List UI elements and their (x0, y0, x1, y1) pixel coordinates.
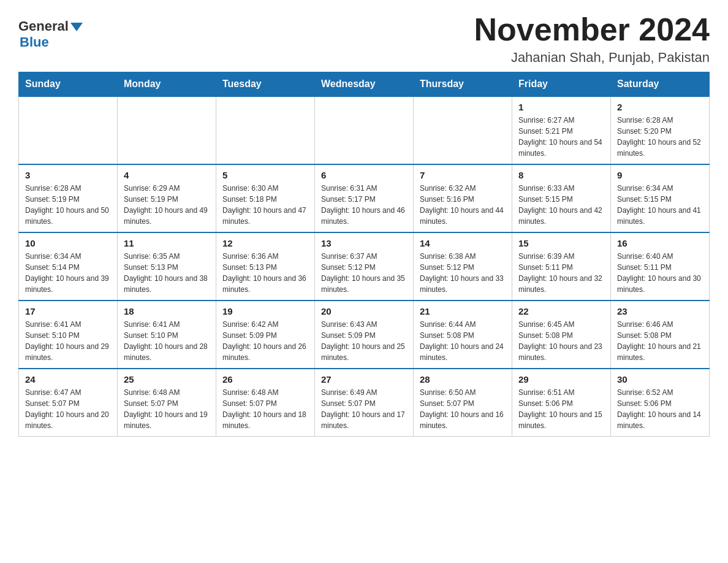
day-info: Sunrise: 6:47 AMSunset: 5:07 PMDaylight:… (25, 387, 111, 431)
day-number: 5 (222, 170, 308, 180)
calendar-cell (118, 96, 216, 164)
calendar-cell: 22Sunrise: 6:45 AMSunset: 5:08 PMDayligh… (512, 301, 611, 369)
calendar-cell: 26Sunrise: 6:48 AMSunset: 5:07 PMDayligh… (216, 369, 315, 437)
day-number: 13 (321, 238, 407, 248)
day-number: 11 (124, 238, 210, 248)
calendar-cell: 6Sunrise: 6:31 AMSunset: 5:17 PMDaylight… (315, 164, 414, 232)
day-info: Sunrise: 6:39 AMSunset: 5:11 PMDaylight:… (518, 251, 604, 295)
logo-general-word: General (18, 18, 69, 34)
day-info: Sunrise: 6:30 AMSunset: 5:18 PMDaylight:… (222, 183, 308, 227)
day-info: Sunrise: 6:50 AMSunset: 5:07 PMDaylight:… (420, 387, 506, 431)
day-info: Sunrise: 6:34 AMSunset: 5:14 PMDaylight:… (25, 251, 111, 295)
logo: General Blue (18, 12, 83, 50)
logo-blue-text: Blue (20, 34, 49, 50)
weekday-header-sunday: Sunday (19, 72, 118, 97)
day-number: 6 (321, 170, 407, 180)
day-number: 9 (617, 170, 703, 180)
weekday-header-saturday: Saturday (611, 72, 710, 97)
week-row-5: 24Sunrise: 6:47 AMSunset: 5:07 PMDayligh… (19, 369, 710, 437)
day-number: 20 (321, 306, 407, 316)
day-info: Sunrise: 6:41 AMSunset: 5:10 PMDaylight:… (25, 319, 111, 363)
day-number: 21 (420, 306, 506, 316)
calendar-cell: 8Sunrise: 6:33 AMSunset: 5:15 PMDaylight… (512, 164, 611, 232)
page-header: General Blue November 2024 Jahanian Shah… (18, 12, 710, 66)
weekday-header-tuesday: Tuesday (216, 72, 315, 97)
weekday-header-monday: Monday (118, 72, 216, 97)
calendar-cell: 13Sunrise: 6:37 AMSunset: 5:12 PMDayligh… (315, 232, 414, 301)
day-info: Sunrise: 6:40 AMSunset: 5:11 PMDaylight:… (617, 251, 703, 295)
logo-triangle-icon (70, 23, 83, 31)
day-number: 23 (617, 306, 703, 316)
day-number: 15 (518, 238, 604, 248)
day-number: 8 (518, 170, 604, 180)
day-info: Sunrise: 6:46 AMSunset: 5:08 PMDaylight:… (617, 319, 703, 363)
day-number: 4 (124, 170, 210, 180)
calendar-cell: 4Sunrise: 6:29 AMSunset: 5:19 PMDaylight… (118, 164, 216, 232)
week-row-4: 17Sunrise: 6:41 AMSunset: 5:10 PMDayligh… (19, 301, 710, 369)
calendar-cell: 28Sunrise: 6:50 AMSunset: 5:07 PMDayligh… (414, 369, 512, 437)
calendar-cell: 12Sunrise: 6:36 AMSunset: 5:13 PMDayligh… (216, 232, 315, 301)
calendar-cell: 16Sunrise: 6:40 AMSunset: 5:11 PMDayligh… (611, 232, 710, 301)
day-info: Sunrise: 6:48 AMSunset: 5:07 PMDaylight:… (222, 387, 308, 431)
day-number: 29 (518, 374, 604, 385)
day-number: 26 (222, 374, 308, 385)
day-info: Sunrise: 6:35 AMSunset: 5:13 PMDaylight:… (124, 251, 210, 295)
day-number: 1 (518, 102, 604, 112)
day-number: 17 (25, 306, 111, 316)
day-info: Sunrise: 6:27 AMSunset: 5:21 PMDaylight:… (518, 115, 604, 159)
calendar-cell: 2Sunrise: 6:28 AMSunset: 5:20 PMDaylight… (611, 96, 710, 164)
calendar-cell (216, 96, 315, 164)
calendar-cell: 19Sunrise: 6:42 AMSunset: 5:09 PMDayligh… (216, 301, 315, 369)
day-number: 28 (420, 374, 506, 385)
day-number: 24 (25, 374, 111, 385)
weekday-header-wednesday: Wednesday (315, 72, 414, 97)
day-info: Sunrise: 6:34 AMSunset: 5:15 PMDaylight:… (617, 183, 703, 227)
day-info: Sunrise: 6:42 AMSunset: 5:09 PMDaylight:… (222, 319, 308, 363)
day-number: 30 (617, 374, 703, 385)
day-number: 22 (518, 306, 604, 316)
calendar-cell: 25Sunrise: 6:48 AMSunset: 5:07 PMDayligh… (118, 369, 216, 437)
day-number: 27 (321, 374, 407, 385)
week-row-3: 10Sunrise: 6:34 AMSunset: 5:14 PMDayligh… (19, 232, 710, 301)
day-number: 14 (420, 238, 506, 248)
weekday-header-thursday: Thursday (414, 72, 512, 97)
week-row-1: 1Sunrise: 6:27 AMSunset: 5:21 PMDaylight… (19, 96, 710, 164)
day-info: Sunrise: 6:52 AMSunset: 5:06 PMDaylight:… (617, 387, 703, 431)
calendar-header-row: SundayMondayTuesdayWednesdayThursdayFrid… (19, 72, 710, 97)
day-info: Sunrise: 6:32 AMSunset: 5:16 PMDaylight:… (420, 183, 506, 227)
week-row-2: 3Sunrise: 6:28 AMSunset: 5:19 PMDaylight… (19, 164, 710, 232)
calendar-cell: 30Sunrise: 6:52 AMSunset: 5:06 PMDayligh… (611, 369, 710, 437)
day-info: Sunrise: 6:43 AMSunset: 5:09 PMDaylight:… (321, 319, 407, 363)
day-info: Sunrise: 6:28 AMSunset: 5:19 PMDaylight:… (25, 183, 111, 227)
day-number: 3 (25, 170, 111, 180)
day-number: 2 (617, 102, 703, 112)
calendar-cell: 10Sunrise: 6:34 AMSunset: 5:14 PMDayligh… (19, 232, 118, 301)
day-number: 16 (617, 238, 703, 248)
calendar-subtitle: Jahanian Shah, Punjab, Pakistan (474, 50, 710, 66)
calendar-cell: 14Sunrise: 6:38 AMSunset: 5:12 PMDayligh… (414, 232, 512, 301)
calendar-cell: 5Sunrise: 6:30 AMSunset: 5:18 PMDaylight… (216, 164, 315, 232)
day-info: Sunrise: 6:28 AMSunset: 5:20 PMDaylight:… (617, 115, 703, 159)
day-info: Sunrise: 6:49 AMSunset: 5:07 PMDaylight:… (321, 387, 407, 431)
calendar-cell: 1Sunrise: 6:27 AMSunset: 5:21 PMDaylight… (512, 96, 611, 164)
weekday-header-friday: Friday (512, 72, 611, 97)
day-info: Sunrise: 6:45 AMSunset: 5:08 PMDaylight:… (518, 319, 604, 363)
day-number: 18 (124, 306, 210, 316)
calendar-cell: 15Sunrise: 6:39 AMSunset: 5:11 PMDayligh… (512, 232, 611, 301)
day-info: Sunrise: 6:48 AMSunset: 5:07 PMDaylight:… (124, 387, 210, 431)
day-number: 12 (222, 238, 308, 248)
logo-general-text: General (18, 18, 83, 34)
calendar-cell: 9Sunrise: 6:34 AMSunset: 5:15 PMDaylight… (611, 164, 710, 232)
calendar-cell: 27Sunrise: 6:49 AMSunset: 5:07 PMDayligh… (315, 369, 414, 437)
day-number: 19 (222, 306, 308, 316)
calendar-cell: 11Sunrise: 6:35 AMSunset: 5:13 PMDayligh… (118, 232, 216, 301)
calendar-cell: 3Sunrise: 6:28 AMSunset: 5:19 PMDaylight… (19, 164, 118, 232)
day-info: Sunrise: 6:44 AMSunset: 5:08 PMDaylight:… (420, 319, 506, 363)
calendar-title: November 2024 (474, 12, 710, 47)
calendar-cell (414, 96, 512, 164)
day-number: 7 (420, 170, 506, 180)
calendar-cell: 29Sunrise: 6:51 AMSunset: 5:06 PMDayligh… (512, 369, 611, 437)
day-info: Sunrise: 6:38 AMSunset: 5:12 PMDaylight:… (420, 251, 506, 295)
calendar-cell (19, 96, 118, 164)
day-info: Sunrise: 6:51 AMSunset: 5:06 PMDaylight:… (518, 387, 604, 431)
